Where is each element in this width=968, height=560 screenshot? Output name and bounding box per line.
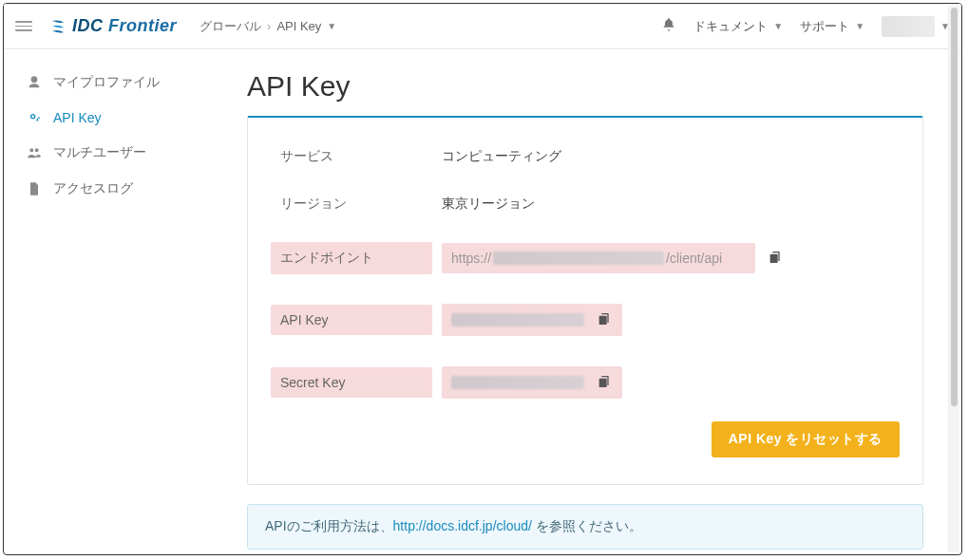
- support-label: サポート: [800, 18, 849, 35]
- secretkey-value: [442, 366, 622, 399]
- copy-apikey-button[interactable]: [596, 311, 613, 328]
- sidebar-item-myprofile[interactable]: マイプロファイル: [13, 65, 222, 101]
- chevron-right-icon: ›: [267, 19, 271, 33]
- secretkey-label: Secret Key: [271, 367, 432, 398]
- account-name-redacted: [882, 16, 935, 37]
- row-secretkey: Secret Key: [271, 359, 900, 406]
- document-icon: [25, 181, 44, 196]
- sidebar-item-label: マイプロファイル: [53, 74, 160, 91]
- service-value: コンピューティング: [432, 140, 900, 173]
- api-info-box: APIのご利用方法は、http://docs.idcf.jp/cloud/ を参…: [247, 504, 923, 550]
- account-menu[interactable]: ▼: [882, 16, 950, 37]
- apikey-label: API Key: [271, 305, 432, 335]
- breadcrumb-root[interactable]: グローバル: [199, 18, 261, 35]
- region-value: 東京リージョン: [432, 188, 900, 220]
- caret-down-icon[interactable]: ▼: [327, 21, 336, 31]
- sidebar: マイプロファイル API Key マルチユーザー アクセスログ: [4, 49, 232, 554]
- row-region: リージョン 東京リージョン: [271, 188, 900, 220]
- brand-text: IDC Frontier: [72, 16, 177, 36]
- breadcrumb-current[interactable]: API Key: [276, 19, 321, 33]
- main-content: API Key サービス コンピューティング リージョン 東京リージョン エンド…: [232, 49, 961, 554]
- scrollbar[interactable]: [948, 6, 959, 552]
- users-icon: [25, 145, 44, 160]
- gears-icon: [25, 110, 44, 125]
- sidebar-item-label: マルチユーザー: [53, 144, 146, 161]
- documents-label: ドキュメント: [693, 18, 768, 35]
- apikey-redacted: [451, 313, 584, 327]
- sidebar-item-label: アクセスログ: [53, 180, 133, 197]
- bell-icon: [661, 17, 676, 35]
- sidebar-item-label: API Key: [53, 110, 102, 125]
- region-label: リージョン: [271, 188, 432, 220]
- brand-logo-area[interactable]: IDC Frontier: [49, 16, 177, 36]
- row-service: サービス コンピューティング: [271, 140, 900, 173]
- sidebar-item-apikey[interactable]: API Key: [13, 101, 222, 135]
- user-icon: [25, 75, 44, 90]
- api-docs-link[interactable]: http://docs.idcf.jp/cloud/: [393, 518, 532, 533]
- page-title: API Key: [247, 70, 923, 103]
- breadcrumb: グローバル › API Key ▼: [199, 18, 336, 35]
- caret-down-icon: ▼: [773, 21, 783, 31]
- row-apikey: API Key: [271, 296, 900, 344]
- copy-icon: [768, 250, 783, 268]
- scrollbar-thumb[interactable]: [951, 8, 958, 406]
- info-suffix: を参照ください。: [532, 518, 642, 533]
- documents-menu[interactable]: ドキュメント ▼: [693, 18, 783, 35]
- top-navbar: IDC Frontier グローバル › API Key ▼ ドキュメント ▼ …: [4, 4, 961, 49]
- menu-toggle-icon[interactable]: [15, 17, 34, 36]
- copy-secretkey-button[interactable]: [596, 374, 613, 391]
- reset-apikey-button[interactable]: API Key をリセットする: [712, 421, 900, 457]
- copy-endpoint-button[interactable]: [767, 250, 784, 267]
- brand-mark-icon: [49, 18, 66, 35]
- copy-icon: [597, 374, 612, 392]
- endpoint-label: エンドポイント: [271, 242, 432, 274]
- endpoint-value: https:///client/api: [442, 243, 755, 273]
- caret-down-icon: ▼: [855, 21, 864, 31]
- row-endpoint: エンドポイント https:///client/api: [271, 235, 900, 281]
- apikey-panel: サービス コンピューティング リージョン 東京リージョン エンドポイント htt…: [247, 116, 923, 485]
- info-prefix: APIのご利用方法は、: [265, 518, 393, 533]
- copy-icon: [597, 311, 612, 329]
- secretkey-redacted: [451, 376, 584, 389]
- notifications-button[interactable]: [661, 17, 676, 35]
- support-menu[interactable]: サポート ▼: [800, 18, 864, 35]
- service-label: サービス: [271, 140, 432, 173]
- apikey-value: [442, 304, 622, 336]
- sidebar-item-accesslog[interactable]: アクセスログ: [13, 171, 222, 207]
- endpoint-host-redacted: [493, 252, 664, 265]
- sidebar-item-multiuser[interactable]: マルチユーザー: [13, 135, 222, 171]
